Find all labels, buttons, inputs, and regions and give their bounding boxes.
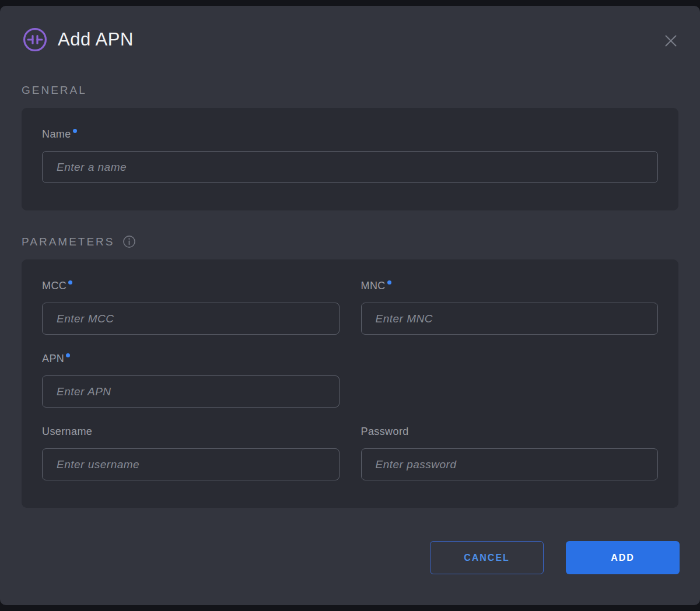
close-icon[interactable]: [660, 30, 681, 51]
password-input[interactable]: [361, 448, 659, 480]
apn-connector-icon: [22, 27, 48, 52]
username-input[interactable]: [42, 448, 340, 480]
parameters-grid: MCC MNC APN Username Password: [42, 280, 658, 480]
username-label-text: Username: [42, 426, 92, 437]
field-name: Name: [42, 128, 658, 183]
field-apn: APN: [42, 353, 340, 408]
required-dot: [68, 280, 72, 285]
name-input[interactable]: [42, 151, 658, 183]
parameters-card: MCC MNC APN Username Password: [22, 259, 678, 508]
empty-grid-cell: [361, 353, 659, 408]
section-header-general: GENERAL: [22, 84, 678, 97]
modal-header: Add APN: [0, 6, 700, 52]
name-label-text: Name: [42, 128, 71, 140]
field-password: Password: [361, 426, 659, 480]
section-general-label: GENERAL: [22, 84, 87, 97]
password-label: Password: [361, 426, 659, 438]
modal-title: Add APN: [58, 29, 134, 50]
mcc-label: MCC: [42, 280, 340, 292]
mnc-label: MNC: [361, 280, 659, 292]
required-dot: [66, 353, 70, 357]
password-label-text: Password: [361, 426, 409, 437]
required-dot: [387, 280, 391, 285]
username-label: Username: [42, 426, 340, 438]
section-header-parameters: PARAMETERS: [22, 235, 678, 248]
general-card: Name: [22, 108, 678, 210]
mnc-input[interactable]: [361, 303, 659, 335]
mnc-label-text: MNC: [361, 280, 386, 292]
name-label: Name: [42, 128, 658, 141]
field-username: Username: [42, 426, 340, 480]
apn-label: APN: [42, 353, 340, 365]
apn-label-text: APN: [42, 353, 64, 364]
required-dot: [73, 129, 77, 133]
add-button[interactable]: ADD: [566, 541, 680, 574]
section-parameters-label: PARAMETERS: [22, 236, 115, 248]
info-icon[interactable]: [123, 235, 136, 248]
modal-footer: CANCEL ADD: [0, 541, 700, 574]
add-apn-modal: Add APN GENERAL Name PARAMETERS: [0, 6, 700, 605]
cancel-button[interactable]: CANCEL: [430, 541, 544, 574]
mcc-input[interactable]: [42, 303, 340, 335]
field-mcc: MCC: [42, 280, 340, 335]
apn-input[interactable]: [42, 375, 340, 408]
screen-backdrop: Add APN GENERAL Name PARAMETERS: [0, 0, 700, 611]
field-mnc: MNC: [361, 280, 659, 335]
mcc-label-text: MCC: [42, 280, 66, 292]
